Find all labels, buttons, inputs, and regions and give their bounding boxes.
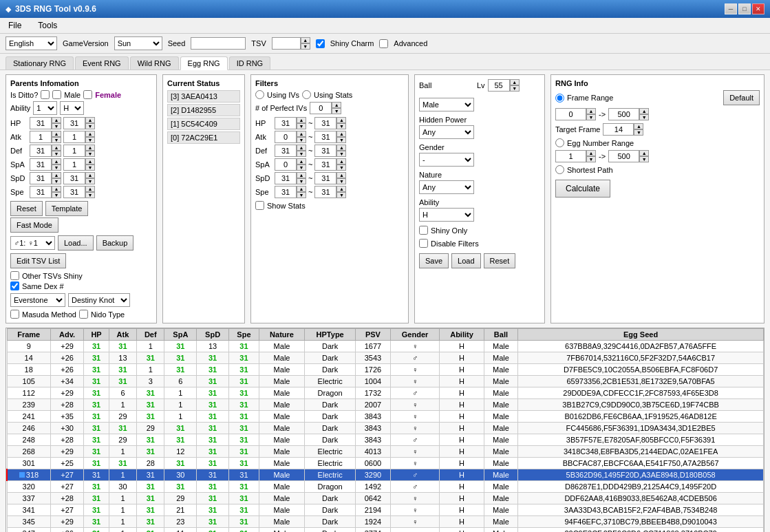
table-row[interactable]: 341+2731131213131MaleDark2194♀HMale3AA33… bbox=[7, 504, 764, 516]
same-dex-checkbox[interactable] bbox=[10, 281, 19, 290]
show-stats-checkbox[interactable] bbox=[255, 201, 264, 210]
tsv-down[interactable]: ▼ bbox=[301, 43, 310, 50]
atk-val1-up[interactable]: ▲ bbox=[52, 131, 61, 137]
masuda-method-checkbox[interactable] bbox=[10, 310, 19, 319]
hp-val2-up[interactable]: ▲ bbox=[85, 117, 95, 123]
filter-hp-max[interactable] bbox=[314, 117, 336, 129]
spd-val1-down[interactable]: ▼ bbox=[52, 178, 61, 184]
data-table-container[interactable]: Frame Adv. HP Atk Def SpA SpD Spe Nature… bbox=[6, 328, 764, 532]
table-row[interactable]: 318+2731131303131MaleElectric3290♂HMale5… bbox=[7, 469, 764, 481]
maximize-button[interactable]: □ bbox=[738, 3, 751, 14]
filter-def-min[interactable] bbox=[275, 145, 297, 157]
table-row[interactable]: 320+27313031313131MaleDragon1492♂HMaleD8… bbox=[7, 481, 764, 493]
spe-val2-up[interactable]: ▲ bbox=[85, 186, 95, 192]
spe-val1-up[interactable]: ▲ bbox=[52, 186, 61, 192]
ball-select[interactable]: Male bbox=[419, 98, 474, 111]
menu-file[interactable]: File bbox=[6, 19, 24, 32]
tab-stationary-rng[interactable]: Stationary RNG bbox=[6, 56, 74, 70]
tab-event-rng[interactable]: Event RNG bbox=[75, 56, 129, 70]
ability-h-select[interactable]: H12 bbox=[60, 101, 84, 115]
tab-wild-rng[interactable]: Wild RNG bbox=[130, 56, 179, 70]
spa-val2-input[interactable] bbox=[63, 158, 85, 171]
table-row[interactable]: 18+2631311313131MaleDark1726♀HMaleD7FBE5… bbox=[7, 364, 764, 376]
frame-range-radio[interactable] bbox=[555, 94, 564, 103]
table-row[interactable]: 105+343131363131MaleElectric1004♀HMale65… bbox=[7, 376, 764, 387]
fast-mode-button[interactable]: Fast Mode bbox=[10, 217, 58, 233]
filter-hp-min[interactable] bbox=[275, 117, 297, 129]
perfect-ivs-input[interactable] bbox=[310, 102, 332, 114]
table-row[interactable]: 9+2931311311331MaleDark1677♀HMale637BB8A… bbox=[7, 341, 764, 352]
spa-val2-up[interactable]: ▲ bbox=[85, 158, 95, 164]
reset-button[interactable]: Reset bbox=[10, 201, 43, 216]
ability-select[interactable]: 12H bbox=[33, 101, 57, 115]
table-row[interactable]: 241+3531293113131MaleDark3843♀HMaleB0162… bbox=[7, 411, 764, 423]
table-row[interactable]: 347+3631131113131MaleDark3774♀HMale20C9E… bbox=[7, 528, 764, 533]
filter-atk-min[interactable] bbox=[275, 131, 297, 143]
default-button[interactable]: Default bbox=[723, 90, 760, 105]
atk-val1-down[interactable]: ▼ bbox=[52, 137, 61, 143]
using-stats-radio[interactable] bbox=[302, 90, 311, 99]
hp-val1-down[interactable]: ▼ bbox=[52, 123, 61, 129]
hidden-power-select[interactable]: Any bbox=[419, 125, 474, 139]
hp-val2-input[interactable] bbox=[63, 117, 85, 129]
shiny-charm-checkbox[interactable] bbox=[316, 39, 325, 48]
spa-val1-up[interactable]: ▲ bbox=[52, 158, 61, 164]
hp-val1-input[interactable] bbox=[30, 117, 52, 129]
spe-val1-down[interactable]: ▼ bbox=[52, 192, 61, 198]
spa-val1-down[interactable]: ▼ bbox=[52, 164, 61, 171]
shortest-path-radio[interactable] bbox=[555, 165, 564, 174]
gender-select[interactable]: - bbox=[419, 153, 474, 167]
close-button[interactable]: ✕ bbox=[752, 3, 764, 14]
spa-val1-input[interactable] bbox=[30, 158, 52, 171]
filter-spa-max[interactable] bbox=[314, 158, 336, 171]
spe-val2-down[interactable]: ▼ bbox=[85, 192, 95, 198]
filter-spe-min[interactable] bbox=[275, 186, 297, 198]
female-checkbox[interactable] bbox=[83, 90, 92, 99]
def-val1-down[interactable]: ▼ bbox=[52, 151, 61, 157]
def-val2-down[interactable]: ▼ bbox=[85, 151, 95, 157]
table-row[interactable]: 112+293163113131MaleDragon1732♂HMale29D0… bbox=[7, 387, 764, 399]
table-row[interactable]: 337+2831131293131MaleDark0642♀HMaleDDF62… bbox=[7, 493, 764, 504]
spd-val1-up[interactable]: ▲ bbox=[52, 172, 61, 178]
male-checkbox[interactable] bbox=[52, 90, 61, 99]
advanced-checkbox[interactable] bbox=[379, 39, 388, 48]
reset-filter-button[interactable]: Reset bbox=[484, 253, 516, 268]
lv-input[interactable] bbox=[488, 79, 510, 92]
edit-tsv-list-button[interactable]: Edit TSV List bbox=[10, 253, 66, 268]
disable-filters-checkbox[interactable] bbox=[419, 239, 428, 248]
atk-val1-input[interactable] bbox=[30, 131, 52, 143]
filter-spd-min[interactable] bbox=[275, 172, 297, 184]
atk-val2-up[interactable]: ▲ bbox=[85, 131, 95, 137]
tab-egg-rng[interactable]: Egg RNG bbox=[180, 56, 228, 70]
shiny-only-checkbox[interactable] bbox=[419, 226, 428, 235]
seed-input[interactable]: 00000000 bbox=[191, 37, 246, 50]
atk-val2-input[interactable] bbox=[63, 131, 85, 143]
using-ivs-radio[interactable] bbox=[255, 90, 264, 99]
table-row[interactable]: 301+25313128313131MaleElectric0600♀HMale… bbox=[7, 458, 764, 469]
calculate-button[interactable]: Calculate bbox=[555, 180, 610, 198]
minimize-button[interactable]: ─ bbox=[725, 3, 737, 14]
spd-val1-input[interactable] bbox=[30, 172, 52, 184]
table-row[interactable]: 14+26311331313131MaleDark3543♂HMale7FB67… bbox=[7, 352, 764, 364]
destiny-knot-select[interactable]: Destiny Knot bbox=[68, 293, 130, 307]
menu-tools[interactable]: Tools bbox=[35, 19, 60, 32]
save-button[interactable]: Save bbox=[419, 253, 449, 268]
atk-val2-down[interactable]: ▼ bbox=[85, 137, 95, 143]
load-button[interactable]: Load... bbox=[58, 235, 94, 251]
table-row[interactable]: 345+2931131233131MaleDark1924♀HMale94F46… bbox=[7, 516, 764, 528]
filter-spa-min[interactable] bbox=[275, 158, 297, 171]
egg-to-input[interactable] bbox=[608, 150, 639, 162]
table-row[interactable]: 239+283113113131MaleDark2007♀HMale3B1B27… bbox=[7, 399, 764, 411]
load-btn[interactable]: Load bbox=[451, 253, 480, 268]
hp-val1-up[interactable]: ▲ bbox=[52, 117, 61, 123]
table-row[interactable]: 268+2931131123131MaleElectric4013♀HMale3… bbox=[7, 446, 764, 458]
def-val2-input[interactable] bbox=[63, 145, 85, 157]
spd-val2-up[interactable]: ▲ bbox=[85, 172, 95, 178]
spa-val2-down[interactable]: ▼ bbox=[85, 164, 95, 171]
tab-id-rng[interactable]: ID RNG bbox=[229, 56, 271, 70]
ability-filter-select[interactable]: H bbox=[419, 208, 474, 222]
frame-to-input[interactable] bbox=[608, 108, 639, 120]
def-val1-up[interactable]: ▲ bbox=[52, 145, 61, 151]
language-select[interactable]: English bbox=[6, 36, 57, 50]
tsv-up[interactable]: ▲ bbox=[301, 37, 310, 43]
